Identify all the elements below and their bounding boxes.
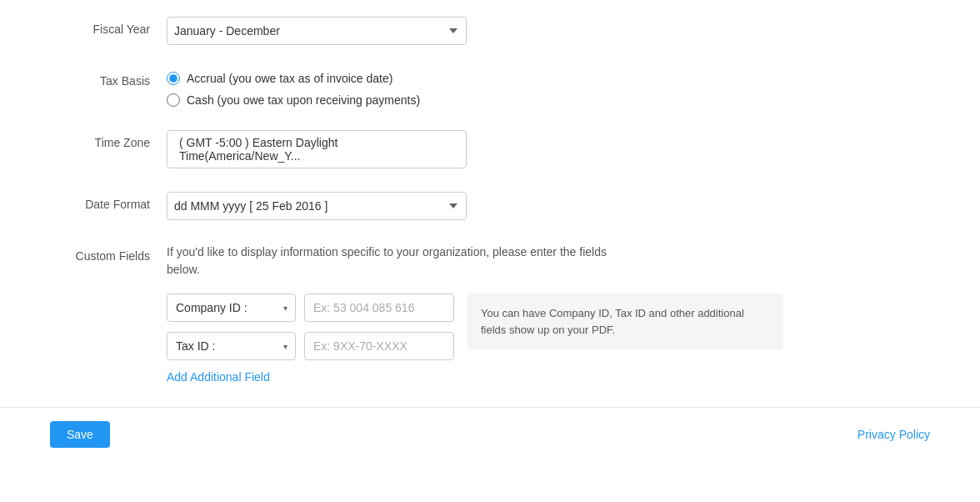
tax-id-input[interactable] [304,332,454,360]
accrual-radio-item[interactable]: Accrual (you owe tax as of invoice date) [167,72,783,85]
custom-fields-description: If you'd like to display information spe… [167,243,617,279]
timezone-row: Time Zone ( GMT -5:00 ) Eastern Daylight… [50,130,783,168]
company-id-select[interactable]: Company ID : Tax ID : VAT ID : [167,294,296,322]
tax-id-select-wrap: Company ID : Tax ID : VAT ID : ▾ [167,332,296,360]
custom-fields-inputs-wrap: Company ID : Tax ID : VAT ID : ▾ [167,294,454,384]
custom-fields-control: If you'd like to display information spe… [167,243,783,384]
date-format-control: dd MMM yyyy [ 25 Feb 2016 ] MM/dd/yyyy d… [167,192,783,220]
company-id-select-wrap: Company ID : Tax ID : VAT ID : ▾ [167,294,296,322]
fiscal-year-label: Fiscal Year [50,17,167,36]
accrual-label: Accrual (you owe tax as of invoice date) [187,72,392,85]
accrual-radio[interactable] [167,72,180,85]
timezone-button[interactable]: ( GMT -5:00 ) Eastern Daylight Time(Amer… [167,130,467,168]
date-format-select[interactable]: dd MMM yyyy [ 25 Feb 2016 ] MM/dd/yyyy d… [167,192,467,220]
fiscal-year-control: January - December February - January Ma… [167,17,783,45]
fiscal-year-row: Fiscal Year January - December February … [50,17,783,45]
privacy-policy-link[interactable]: Privacy Policy [858,428,930,441]
cash-radio-item[interactable]: Cash (you owe tax upon receiving payment… [167,93,783,107]
fiscal-year-select[interactable]: January - December February - January Ma… [167,17,467,45]
tax-basis-row: Tax Basis Accrual (you owe tax as of inv… [50,68,783,107]
custom-fields-grid: Company ID : Tax ID : VAT ID : ▾ [167,294,783,384]
timezone-label: Time Zone [50,130,167,149]
tax-id-field-row: Company ID : Tax ID : VAT ID : ▾ [167,332,454,360]
custom-fields-row: Custom Fields If you'd like to display i… [50,243,783,384]
company-id-field-row: Company ID : Tax ID : VAT ID : ▾ [167,294,454,322]
cash-radio[interactable] [167,93,180,107]
custom-fields-label: Custom Fields [50,243,167,263]
footer: Save Privacy Policy [0,407,980,461]
timezone-control: ( GMT -5:00 ) Eastern Daylight Time(Amer… [167,130,783,168]
tax-basis-label: Tax Basis [50,68,167,88]
tax-basis-radio-group: Accrual (you owe tax as of invoice date)… [167,68,783,107]
save-button[interactable]: Save [50,421,110,448]
company-id-input[interactable] [304,294,454,322]
tax-id-select[interactable]: Company ID : Tax ID : VAT ID : [167,332,296,360]
tax-basis-control: Accrual (you owe tax as of invoice date)… [167,68,783,107]
date-format-label: Date Format [50,192,167,211]
custom-fields-hint: You can have Company ID, Tax ID and othe… [468,294,783,349]
date-format-row: Date Format dd MMM yyyy [ 25 Feb 2016 ] … [50,192,783,220]
main-content: Fiscal Year January - December February … [0,0,833,384]
cash-label: Cash (you owe tax upon receiving payment… [187,93,420,107]
add-additional-field-link[interactable]: Add Additional Field [167,370,270,384]
custom-fields-inputs: Company ID : Tax ID : VAT ID : ▾ [167,294,454,360]
